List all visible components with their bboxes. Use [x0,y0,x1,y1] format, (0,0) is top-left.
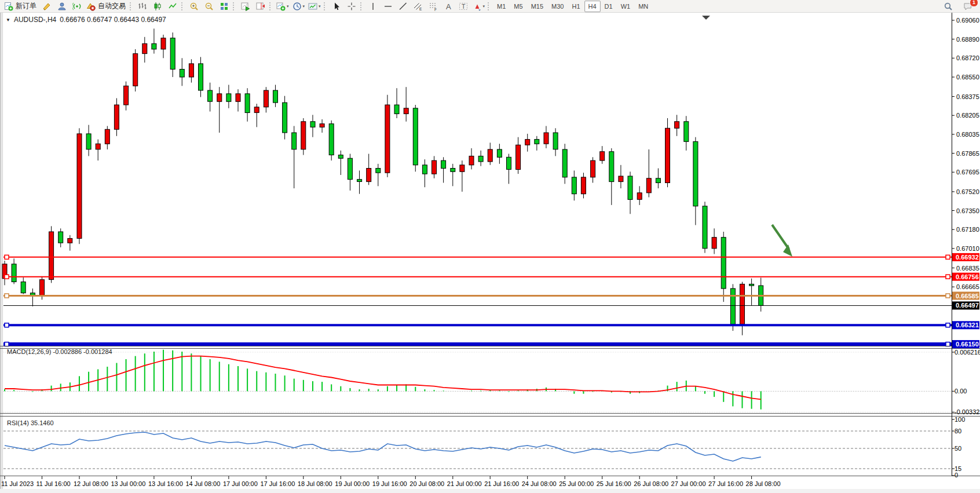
toolbar-grip [324,2,327,10]
fibonacci-button[interactable]: F [426,0,441,13]
svg-text:0.68375: 0.68375 [956,93,979,100]
svg-text:13 Jul 00:00: 13 Jul 00:00 [111,480,145,487]
new-chart-icon [276,2,286,11]
bar-chart-button[interactable] [135,0,150,13]
channel-button[interactable]: E [411,0,426,13]
tile-windows-icon [220,2,229,11]
line-handle-right[interactable] [946,255,950,259]
svg-text:0.68720: 0.68720 [956,54,979,61]
new-order-button[interactable]: 新订单 [2,0,39,13]
svg-text:0.66321: 0.66321 [956,322,979,328]
label-icon: T [459,2,468,11]
timeframe-mn-button[interactable]: MN [634,1,652,12]
svg-text:0.00: 0.00 [955,388,967,395]
period-button[interactable]: ▾ [291,0,307,13]
timeframe-m30-button[interactable]: M30 [547,1,568,12]
line-handle-right[interactable] [946,275,950,279]
text-icon: A [444,2,453,11]
timeframe-m5-button[interactable]: M5 [510,1,526,12]
zoom-out-button[interactable] [202,0,217,13]
main-toolbar: 新订单自动交易▾▾▾EFAT▾M1M5M15M30H1H4D1W1MN1 [0,0,980,13]
vertical-line-button[interactable] [365,0,381,13]
svg-text:F: F [434,7,437,11]
candlestick-button[interactable] [150,0,165,13]
svg-text:0.68890: 0.68890 [956,36,979,43]
candlestick-icon [153,2,162,11]
zoom-in-icon [189,2,199,11]
svg-text:27 Jul 00:00: 27 Jul 00:00 [671,480,706,487]
svg-text:26 Jul 08:00: 26 Jul 08:00 [634,480,668,487]
svg-text:27 Jul 16:00: 27 Jul 16:00 [708,480,743,487]
line-handle-left[interactable] [5,323,9,327]
chart-shift-button[interactable] [253,0,268,13]
svg-text:0.68205: 0.68205 [956,112,979,119]
svg-text:0.66497: 0.66497 [956,302,979,309]
notification-badge: 1 [970,0,978,7]
line-chart-button[interactable] [165,0,180,13]
period-icon [292,2,302,11]
template-icon [308,2,317,11]
svg-text:0.67520: 0.67520 [956,188,979,195]
market-icon [57,2,67,11]
new-chart-button[interactable]: ▾ [275,0,291,13]
crosshair-button[interactable] [344,0,359,13]
signals-icon [72,2,82,11]
text-button[interactable]: A [441,0,456,13]
autotrading-button[interactable]: 自动交易 [85,0,129,13]
timeframe-d1-button[interactable]: D1 [601,1,617,12]
template-button[interactable]: ▾ [306,0,323,13]
line-handle-left[interactable] [5,255,9,259]
timeframe-h1-button[interactable]: H1 [568,1,584,12]
trendline-icon [398,2,408,11]
label-button[interactable]: T [456,0,471,13]
search-button[interactable] [941,0,956,13]
auto-scroll-button[interactable] [238,0,253,13]
toolbar-grip [360,2,363,10]
horizontal-line-button[interactable] [381,0,396,13]
svg-text:13 Jul 16:00: 13 Jul 16:00 [148,480,183,487]
toolbar-grip [269,2,272,10]
line-handle-left[interactable] [5,342,9,346]
svg-text:20 Jul 08:00: 20 Jul 08:00 [409,480,444,487]
tile-windows-button[interactable] [217,0,232,13]
cursor-button[interactable] [329,0,344,13]
chart-collapse-icon[interactable]: ▼ [6,17,10,23]
svg-text:11 Jul 2023: 11 Jul 2023 [1,480,34,487]
line-handle-right[interactable] [946,323,950,327]
hline-icon [383,2,393,11]
chart-frame [0,13,980,493]
timeframe-w1-button[interactable]: W1 [617,1,635,12]
svg-text:12 Jul 08:00: 12 Jul 08:00 [74,480,108,487]
horizontal-line-0.66150[interactable] [3,342,952,346]
timeframe-m15-button[interactable]: M15 [527,1,547,12]
line-handle-left[interactable] [5,275,9,279]
window-bottom-edge [0,489,980,493]
chart-window: 0.690600.688900.687200.685500.683750.682… [0,13,980,493]
line-handle-right[interactable] [946,342,950,346]
line-chart-icon [168,2,177,11]
trendline-button[interactable] [396,0,411,13]
market-button[interactable] [54,0,70,13]
cursor-icon [332,2,341,11]
svg-text:28 Jul 08:00: 28 Jul 08:00 [746,480,781,487]
zoom-in-button[interactable] [187,0,202,13]
svg-text:25 Jul 16:00: 25 Jul 16:00 [597,480,631,487]
svg-text:14 Jul 08:00: 14 Jul 08:00 [185,480,220,487]
autotrading-icon [86,2,96,11]
metaeditor-icon [42,2,52,11]
line-handle-right[interactable] [946,294,950,298]
svg-text:A: A [446,2,451,11]
svg-text:0.67695: 0.67695 [956,169,979,176]
search-icon [944,2,953,11]
metaeditor-button[interactable] [39,0,54,13]
chart-canvas[interactable]: 0.690600.688900.687200.685500.683750.682… [0,13,980,493]
arrows-button[interactable]: ▾ [471,0,487,13]
timeframe-m1-button[interactable]: M1 [493,1,510,12]
line-handle-left[interactable] [5,294,9,298]
notifications-button[interactable]: 1 [960,0,975,13]
arrows-icon [473,2,482,11]
svg-text:T: T [462,3,466,10]
signals-button[interactable] [70,0,85,13]
timeframe-h4-button[interactable]: H4 [584,1,601,12]
auto-scroll-icon [241,2,250,11]
